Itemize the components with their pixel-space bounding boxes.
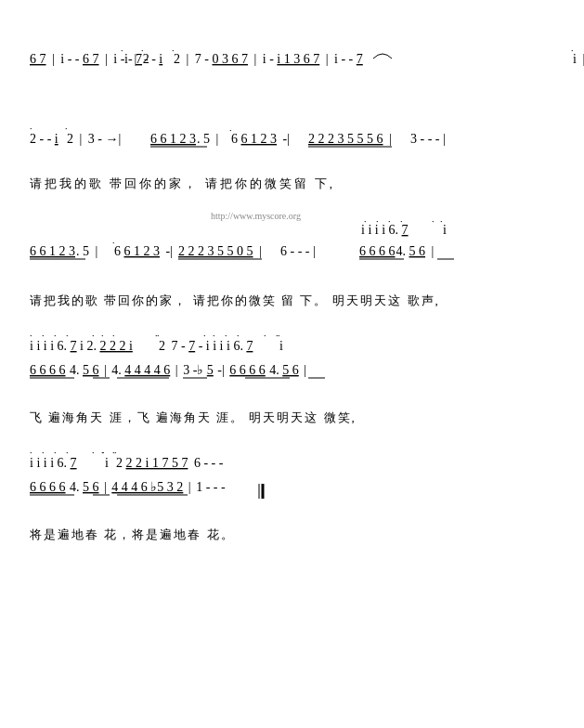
- svg-text:3  -  -  -  |: 3 - - - |: [410, 132, 446, 146]
- svg-text:·: ·: [121, 46, 123, 56]
- svg-text:6 6 1 2 3. 5
        |: 6 6 1 2 3. 5 |: [30, 244, 97, 258]
- svg-text:i: i: [279, 339, 283, 353]
- svg-text:i: i: [105, 456, 109, 470]
- svg-text:2
        7  -
        7
     : 2 7 - 7 - i i i i 6. 7: [159, 339, 253, 353]
- line-4-notation: · · · · · · · · · · · · · · i i i i 6. 7…: [25, 328, 559, 406]
- music-sheet: 6 7 | i - - 6 7 | i - - 7 · i | 2 ·: [14, 9, 570, 569]
- svg-text:2
        2  2  i  1  7  5  7
: 2 2 2 i 1 7 5 7 6 - - -: [116, 456, 224, 470]
- svg-text:6 6 6 6
        4.  
        5: 6 6 6 6 4. 5 6 | 4. 4 4 4 4 6 | 3 -♭ 5 -…: [30, 363, 306, 377]
- svg-text:i  i  i  i  6.    
        7: i i i i 6. 7: [361, 223, 409, 237]
- line-1: 6 7 | i - - 6 7 | i - - 7 · i | 2 ·: [25, 35, 559, 85]
- svg-text:i: i: [443, 223, 447, 237]
- line-3-notation: http://www.myscore.org · · · · · i i i i…: [25, 211, 559, 289]
- line-2-lyrics: 请把我的歌 带回你的家， 请把你的微笑留 下,: [25, 176, 559, 192]
- notation-svg-4: · · · · · · · · · · · · · · i i i i 6. 7…: [25, 328, 584, 402]
- svg-text:i
        |: i |: [573, 52, 584, 66]
- line-4-lyrics: 飞 遍海角天 涯，飞 遍海角天 涯。 明天明天这 微笑,: [25, 410, 559, 426]
- lyrics-2: 请把我的歌 带回你的家， 请把你的微笑留 下,: [30, 176, 335, 190]
- notation-svg-2: · · 2 - - i 2 | 3 - →| 6 6 1 2 3. 5 | ·: [25, 113, 584, 164]
- svg-text:2 2 2 3 5 5 0 5
        |: 2 2 2 3 5 5 0 5 |: [178, 244, 262, 258]
- line-5-lyrics: 将是遍地春 花，将是遍地春 花。: [25, 526, 559, 543]
- line-5-notation: · · · · · · · i i i i 6. 7 · i ·: [25, 445, 559, 523]
- svg-text:-  -
        i: - - i: [144, 52, 162, 66]
- svg-text:2
        |
        7  -
     : 2 | 7 - 0 3 6 7 | i - i 1 3 6 7 | i - - …: [174, 52, 363, 66]
- watermark: http://www.myscore.org: [211, 211, 301, 221]
- svg-text:2 2 2 3 5 5 5 6
        |: 2 2 2 3 5 5 5 6 |: [308, 132, 392, 146]
- lyrics-4: 飞 遍海角天 涯，飞 遍海角天 涯。 明天明天这 微笑,: [30, 410, 357, 424]
- svg-text:i  i  i  i  6.    
        7: i i i i 6. 7: [30, 456, 77, 470]
- line-3-lyrics: 请把我的歌 带回你的家， 请把你的微笑 留 下。 明天明天这 歌声,: [25, 292, 559, 309]
- notation-svg-3: · · · · · i i i i 6. 7 · i 6 6 1 2 3. 5 …: [25, 211, 584, 285]
- svg-text:6 6 6 6
        4.  
        5: 6 6 6 6 4. 5 6 | 4 4 4 6 ♭5 3 2 | 1 - - …: [30, 480, 226, 494]
- notation-svg-1: 6 7 | i - - 6 7 | i - - 7 · i | 2 ·: [25, 35, 584, 82]
- svg-text:i  i  i  i  6.    
        7
 : i i i i 6. 7 i 2. 2 2 2 i: [30, 339, 133, 353]
- lyrics-5: 将是遍地春 花，将是遍地春 花。: [30, 527, 235, 541]
- svg-text:6  -  -  -  |: 6 - - - |: [280, 244, 316, 258]
- svg-text:2  -  -
        i
        2
  : 2 - - i 2 | 3 - →|: [30, 132, 121, 146]
- notation-svg-5: · · · · · · · i i i i 6. 7 · i ·: [25, 445, 584, 519]
- svg-text:6 6 1 2 3. 5
        |: 6 6 1 2 3. 5 |: [150, 132, 218, 146]
- svg-text:6
        6 1 2 3
        -|: 6 6 1 2 3 -|: [231, 132, 290, 146]
- svg-text:6 6 6 64.  
        5 6
      : 6 6 6 64. 5 6 |: [359, 244, 434, 258]
- lyrics-3: 请把我的歌 带回你的家， 请把你的微笑 留 下。 明天明天这 歌声,: [30, 293, 440, 307]
- line-2-notation: · · 2 - - i 2 | 3 - →| 6 6 1 2 3. 5 | ·: [25, 113, 559, 168]
- svg-text:6
        6 1 2 3
        -|: 6 6 1 2 3 -|: [114, 244, 173, 258]
